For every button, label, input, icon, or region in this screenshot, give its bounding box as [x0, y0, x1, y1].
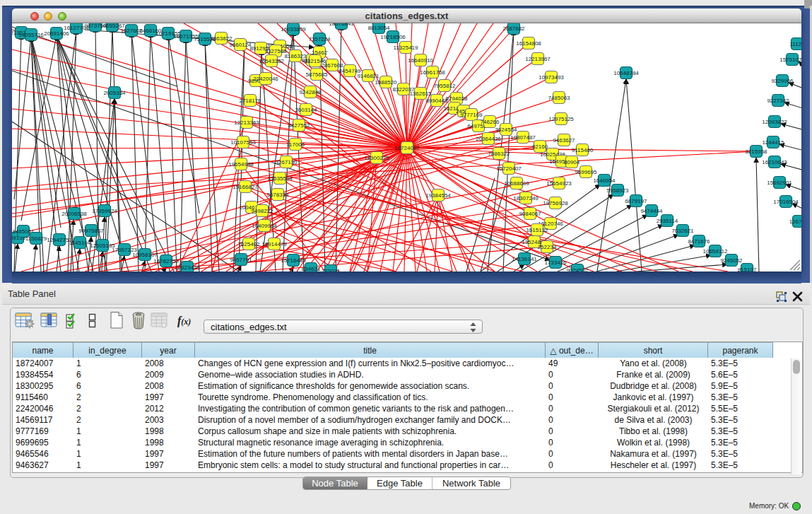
- svg-text:9245052: 9245052: [720, 257, 743, 264]
- svg-text:915107: 915107: [738, 267, 757, 272]
- svg-text:16961758: 16961758: [420, 69, 445, 76]
- svg-text:9084067: 9084067: [519, 211, 541, 217]
- svg-text:16154808: 16154808: [516, 40, 541, 47]
- svg-text:15716485: 15716485: [281, 257, 306, 264]
- svg-text:9329966: 9329966: [771, 78, 794, 84]
- svg-text:17359924: 17359924: [92, 208, 117, 214]
- svg-text:10807487: 10807487: [510, 134, 536, 141]
- svg-text:18576841: 18576841: [329, 23, 354, 27]
- svg-text:16409934: 16409934: [252, 223, 277, 229]
- svg-text:746266: 746266: [481, 119, 500, 125]
- svg-text:7625402: 7625402: [237, 241, 260, 247]
- svg-text:3624554: 3624554: [495, 127, 517, 133]
- svg-text:10654112: 10654112: [703, 248, 729, 255]
- svg-text:10688609: 10688609: [504, 180, 529, 187]
- svg-text:19218506: 19218506: [380, 34, 406, 40]
- svg-text:12213967: 12213967: [525, 56, 551, 62]
- svg-text:9498222: 9498222: [251, 208, 273, 214]
- svg-text:16033809: 16033809: [281, 26, 306, 33]
- svg-text:9227342: 9227342: [767, 98, 789, 104]
- svg-text:16640910: 16640910: [408, 57, 433, 64]
- svg-text:8427552: 8427552: [288, 122, 310, 129]
- svg-text:1640954: 1640954: [593, 177, 616, 184]
- svg-text:17016504: 17016504: [773, 199, 799, 205]
- svg-text:18307249: 18307249: [513, 195, 539, 201]
- svg-text:2603144: 2603144: [295, 107, 317, 113]
- svg-text:8471676: 8471676: [688, 238, 710, 245]
- svg-text:834621: 834621: [302, 266, 321, 272]
- svg-text:9474444: 9474444: [640, 208, 663, 214]
- svg-text:9457791: 9457791: [230, 257, 252, 263]
- svg-text:16543382: 16543382: [259, 58, 284, 64]
- svg-text:2718176: 2718176: [239, 98, 261, 104]
- svg-text:7955812: 7955812: [433, 83, 456, 89]
- svg-text:15751074: 15751074: [779, 57, 801, 63]
- svg-text:9777169: 9777169: [460, 112, 483, 118]
- svg-text:1588520: 1588520: [375, 79, 397, 86]
- svg-text:18300275: 18300275: [364, 155, 389, 161]
- svg-text:117006: 117006: [286, 141, 305, 148]
- svg-text:9699695: 9699695: [575, 169, 597, 175]
- svg-text:5958923: 5958923: [606, 187, 629, 194]
- svg-text:9660124: 9660124: [229, 42, 252, 48]
- svg-text:126753: 126753: [789, 218, 801, 225]
- svg-text:10973493: 10973493: [539, 74, 564, 81]
- svg-text:9115460: 9115460: [572, 147, 594, 153]
- svg-text:15692901: 15692901: [767, 180, 792, 186]
- svg-text:1733426: 1733426: [544, 259, 567, 266]
- svg-text:10107553: 10107553: [230, 139, 256, 146]
- svg-text:20206538: 20206538: [61, 211, 87, 217]
- svg-text:12213363: 12213363: [234, 119, 259, 126]
- svg-text:62160: 62160: [532, 144, 548, 150]
- svg-text:12093822: 12093822: [762, 119, 787, 125]
- svg-text:252234: 252234: [538, 244, 557, 250]
- svg-text:10648784: 10648784: [613, 70, 639, 76]
- svg-text:1244415: 1244415: [762, 139, 784, 146]
- svg-text:14136141: 14136141: [512, 256, 537, 262]
- svg-text:2935114: 2935114: [657, 218, 678, 224]
- svg-text:15654923: 15654923: [546, 180, 572, 187]
- svg-text:6794028: 6794028: [445, 95, 468, 102]
- svg-text:16914479: 16914479: [261, 241, 287, 247]
- svg-text:9463627: 9463627: [553, 137, 575, 144]
- svg-text:19166827: 19166827: [233, 184, 258, 190]
- svg-text:15720407: 15720407: [496, 165, 522, 172]
- svg-text:7632621: 7632621: [671, 228, 694, 234]
- svg-text:19384554: 19384554: [425, 192, 451, 199]
- svg-text:19654988: 19654988: [228, 161, 254, 168]
- svg-text:1156829: 1156829: [25, 235, 47, 242]
- svg-text:3267130: 3267130: [275, 159, 298, 165]
- svg-text:19756928: 19756928: [543, 200, 568, 206]
- svg-text:22420046: 22420046: [253, 76, 278, 82]
- svg-text:5678334: 5678334: [266, 192, 289, 198]
- svg-text:2687682: 2687682: [502, 25, 525, 32]
- svg-text:2005334: 2005334: [103, 90, 126, 96]
- svg-text:1615132: 1615132: [526, 227, 548, 233]
- svg-text:7663822: 7663822: [210, 35, 233, 42]
- svg-text:8813054: 8813054: [367, 25, 390, 31]
- svg-text:16210643: 16210643: [762, 159, 787, 165]
- svg-text:10958107: 10958107: [132, 252, 158, 258]
- svg-text:99975887: 99975887: [78, 228, 104, 234]
- svg-text:5875685: 5875685: [305, 71, 328, 78]
- svg-text:8215958: 8215958: [745, 148, 767, 155]
- svg-text:14055716: 14055716: [18, 32, 44, 38]
- svg-text:13535594: 13535594: [267, 175, 293, 182]
- svg-text:20364436: 20364436: [476, 136, 501, 142]
- svg-text:80904: 80904: [564, 159, 580, 165]
- svg-text:9146821: 9146821: [357, 73, 379, 79]
- svg-text:1362615: 1362615: [409, 90, 432, 97]
- svg-text:6879197: 6879197: [625, 198, 647, 204]
- svg-text:18724007: 18724007: [394, 145, 420, 151]
- svg-text:1145194: 1145194: [69, 240, 91, 246]
- svg-text:9327505: 9327505: [264, 48, 287, 54]
- svg-text:11325419: 11325419: [394, 45, 419, 51]
- svg-text:12975125: 12975125: [548, 116, 574, 122]
- svg-text:12923446: 12923446: [175, 264, 200, 271]
- svg-text:11123: 11123: [789, 41, 801, 47]
- svg-text:20691406: 20691406: [44, 30, 69, 37]
- svg-text:8990448: 8990448: [425, 98, 448, 104]
- svg-text:7357224: 7357224: [308, 36, 331, 42]
- svg-text:16782759: 16782759: [153, 258, 179, 264]
- svg-text:7485063: 7485063: [548, 95, 570, 101]
